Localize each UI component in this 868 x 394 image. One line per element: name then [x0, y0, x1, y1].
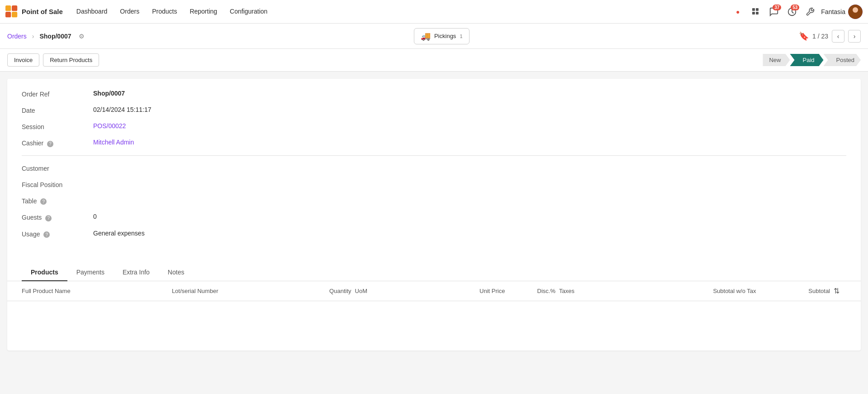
table-label: Table ? [22, 197, 90, 205]
nav-item-configuration[interactable]: Configuration [223, 0, 274, 24]
return-products-button[interactable]: Return Products [43, 53, 99, 67]
svg-rect-5 [756, 8, 759, 11]
customer-row: Customer [22, 164, 846, 172]
nav-item-dashboard[interactable]: Dashboard [70, 0, 114, 24]
tab-payments[interactable]: Payments [67, 264, 114, 281]
pickings-label: Pickings [434, 33, 456, 39]
th-subtotal-wo-tax: Subtotal w/o Tax [650, 288, 756, 294]
th-lot-number: Lot/serial Number [172, 288, 289, 294]
main-content: Order Ref Shop/0007 Date 02/14/2024 15:1… [7, 79, 861, 351]
clock-icon[interactable]: 53 [785, 5, 799, 19]
fiscal-position-label: Fiscal Position [22, 180, 90, 188]
fiscal-position-row: Fiscal Position [22, 180, 846, 188]
th-quantity: Quantity [293, 288, 351, 294]
date-row: Date 02/14/2024 15:11:17 [22, 106, 846, 114]
status-step-new[interactable]: New [763, 54, 790, 66]
top-navigation: Point of Sale Dashboard Orders Products … [0, 0, 868, 24]
guests-row: Guests ? 0 [22, 213, 846, 221]
bookmark-icon[interactable]: 🔖 [799, 31, 809, 41]
session-label: Session [22, 122, 90, 130]
status-label-posted: Posted [824, 54, 861, 66]
truck-icon: 🚚 [421, 31, 431, 41]
user-menu[interactable]: Fantasia [821, 5, 863, 19]
tab-products[interactable]: Products [22, 264, 67, 281]
date-label: Date [22, 106, 90, 114]
cashier-help-icon[interactable]: ? [47, 141, 53, 147]
tab-extra-info[interactable]: Extra Info [114, 264, 159, 281]
svg-rect-0 [5, 5, 11, 11]
th-unit-price: Unit Price [417, 288, 505, 294]
settings-gear-icon[interactable]: ⚙ [79, 33, 85, 40]
action-bar: Invoice Return Products New Paid Posted [0, 49, 868, 72]
usage-label: Usage ? [22, 230, 90, 238]
status-label-paid: Paid [790, 54, 823, 66]
svg-point-10 [853, 7, 858, 13]
status-step-paid[interactable]: Paid [790, 54, 823, 66]
breadcrumb-bar: Orders › Shop/0007 ⚙ 🚚 Pickings 1 🔖 1 / … [0, 24, 868, 49]
table-row: Table ? [22, 197, 846, 205]
th-settings-icon[interactable]: ⇅ [834, 287, 846, 295]
breadcrumb-right: 🔖 1 / 23 ‹ › [799, 30, 861, 43]
usage-help-icon[interactable]: ? [43, 231, 50, 238]
order-ref-label: Order Ref [22, 90, 90, 98]
pickings-button[interactable]: 🚚 Pickings 1 [414, 28, 470, 44]
cashier-value[interactable]: Mitchell Admin [93, 139, 134, 146]
breadcrumb-parent-link[interactable]: Orders [7, 33, 27, 40]
status-label-new: New [763, 54, 790, 66]
order-ref-row: Order Ref Shop/0007 [22, 90, 846, 98]
customer-label: Customer [22, 164, 90, 172]
status-step-posted[interactable]: Posted [824, 54, 861, 66]
app-name: Point of Sale [22, 8, 63, 15]
svg-rect-1 [12, 5, 17, 11]
svg-rect-7 [756, 12, 759, 14]
user-avatar [848, 5, 863, 19]
pagination-text: 1 / 23 [812, 33, 828, 40]
th-taxes: Taxes [559, 288, 647, 294]
logo-icon [5, 5, 18, 18]
form-divider [22, 155, 846, 156]
app-logo[interactable]: Point of Sale [5, 5, 63, 18]
chat-icon[interactable]: 37 [767, 5, 781, 19]
clock-badge: 53 [791, 5, 799, 10]
nav-menu: Dashboard Orders Products Reporting Conf… [70, 0, 730, 24]
grid-icon[interactable] [749, 5, 763, 19]
svg-rect-4 [752, 8, 755, 11]
nav-item-reporting[interactable]: Reporting [183, 0, 223, 24]
tabs-bar: Products Payments Extra Info Notes [7, 264, 861, 281]
wrench-icon[interactable] [803, 5, 817, 19]
table-help-icon[interactable]: ? [40, 198, 47, 205]
breadcrumb-center: 🚚 Pickings 1 [90, 28, 793, 44]
th-subtotal: Subtotal [760, 288, 830, 294]
cashier-row: Cashier ? Mitchell Admin [22, 139, 846, 147]
guests-help-icon[interactable]: ? [45, 215, 52, 221]
order-ref-value: Shop/0007 [93, 90, 125, 97]
invoice-button[interactable]: Invoice [7, 53, 39, 67]
nav-right-icons: ● 37 53 F [730, 5, 863, 19]
status-dot-icon[interactable]: ● [730, 5, 745, 19]
tab-notes[interactable]: Notes [159, 264, 194, 281]
session-row: Session POS/00022 [22, 122, 846, 130]
chat-badge: 37 [773, 5, 781, 10]
th-product-name: Full Product Name [22, 288, 168, 294]
session-value[interactable]: POS/00022 [93, 122, 126, 130]
date-value: 02/14/2024 15:11:17 [93, 106, 151, 113]
nav-item-products[interactable]: Products [146, 0, 183, 24]
th-uom: UoM [355, 288, 414, 294]
th-disc: Disc.% [508, 288, 555, 294]
pagination-next-button[interactable]: › [848, 30, 861, 43]
guests-value: 0 [93, 213, 97, 220]
pagination-prev-button[interactable]: ‹ [832, 30, 844, 43]
breadcrumb-separator: › [32, 33, 34, 40]
svg-rect-3 [12, 12, 17, 17]
usage-row: Usage ? General expenses [22, 230, 846, 238]
guests-label: Guests ? [22, 213, 90, 221]
cashier-label: Cashier ? [22, 139, 90, 147]
nav-item-orders[interactable]: Orders [114, 0, 146, 24]
form-section: Order Ref Shop/0007 Date 02/14/2024 15:1… [7, 79, 861, 257]
usage-value: General expenses [93, 230, 145, 237]
table-header: Full Product Name Lot/serial Number Quan… [7, 281, 861, 301]
user-name: Fantasia [821, 8, 845, 15]
svg-rect-2 [5, 12, 11, 17]
svg-rect-6 [752, 12, 755, 14]
status-bar: New Paid Posted [763, 54, 861, 66]
